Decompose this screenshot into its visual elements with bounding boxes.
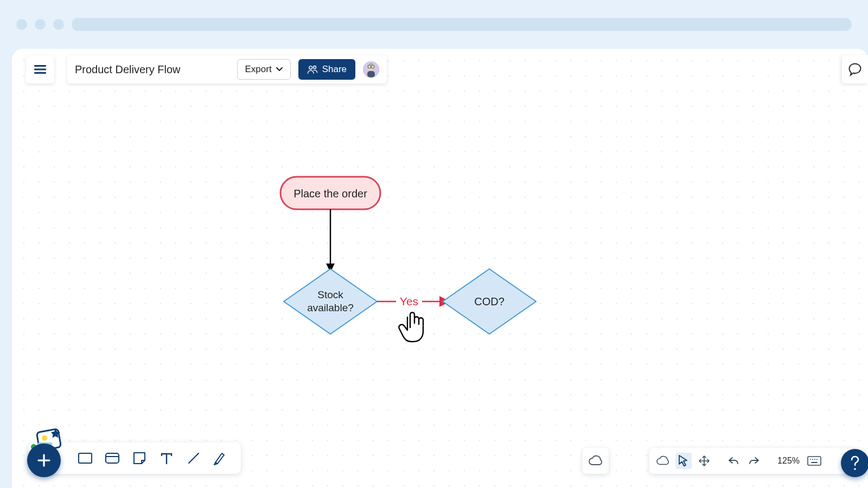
view-toolbar: 125% (649, 448, 854, 474)
zoom-level[interactable]: 125% (775, 456, 802, 466)
chrome-dot (53, 19, 64, 30)
hand-cursor-icon (399, 312, 423, 342)
freehand-tool[interactable] (213, 450, 229, 466)
svg-point-29 (854, 468, 856, 470)
move-icon (698, 455, 710, 467)
svg-point-27 (816, 459, 818, 460)
pointer-tool[interactable] (675, 453, 692, 469)
chrome-dot (16, 19, 27, 30)
card-tool[interactable] (104, 450, 120, 466)
add-shape-fab[interactable] (27, 444, 61, 477)
keyboard-icon (807, 455, 821, 466)
edge-start-to-stock[interactable] (326, 209, 335, 272)
line-tool[interactable] (186, 450, 202, 466)
plus-icon (36, 452, 52, 468)
sticky-note-icon (132, 451, 146, 465)
svg-marker-10 (284, 269, 377, 334)
node-cod-decision[interactable]: COD? (443, 269, 536, 334)
rectangle-tool[interactable] (77, 450, 93, 466)
edge-yes-label: Yes (400, 295, 418, 307)
node-cod-label: COD? (474, 296, 505, 307)
rectangle-icon (78, 452, 93, 465)
svg-point-26 (814, 459, 815, 460)
node-start[interactable]: Place the order (280, 177, 380, 209)
text-tool[interactable] (158, 450, 175, 466)
svg-rect-28 (811, 462, 818, 463)
cloud-sync-button[interactable] (583, 448, 609, 474)
address-bar (72, 18, 852, 31)
text-icon (160, 451, 173, 465)
canvas[interactable]: Product Delivery Flow Export Share (12, 49, 868, 488)
redo-icon (748, 455, 760, 466)
help-icon (850, 455, 860, 471)
undo-button[interactable] (725, 453, 742, 469)
pan-tool[interactable] (696, 453, 712, 469)
cloud-outline-icon (655, 455, 671, 467)
flowchart: Place the order Stock available? Yes COD… (12, 49, 868, 488)
svg-rect-20 (106, 453, 119, 463)
edge-yes[interactable]: Yes (377, 295, 450, 307)
node-stock-line2: available? (307, 302, 354, 313)
card-icon (105, 452, 120, 465)
sticky-note-tool[interactable] (131, 450, 148, 466)
pointer-icon (678, 454, 690, 467)
highlighter-icon (213, 451, 228, 466)
svg-rect-23 (808, 457, 821, 465)
svg-point-25 (812, 459, 813, 460)
node-start-label: Place the order (293, 188, 367, 200)
cloud-icon (588, 454, 604, 467)
cloud-history-button[interactable] (655, 453, 671, 469)
undo-icon (727, 455, 739, 466)
keyboard-shortcuts-button[interactable] (806, 453, 822, 469)
svg-line-22 (189, 453, 199, 463)
chrome-dot (35, 19, 46, 30)
svg-point-24 (810, 459, 811, 460)
svg-rect-19 (79, 453, 92, 463)
line-icon (187, 451, 201, 465)
redo-button[interactable] (746, 453, 762, 469)
node-stock-decision[interactable]: Stock available? (284, 269, 377, 334)
help-button[interactable] (841, 449, 868, 477)
node-stock-line1: Stock (317, 289, 343, 300)
browser-chrome (0, 0, 868, 49)
